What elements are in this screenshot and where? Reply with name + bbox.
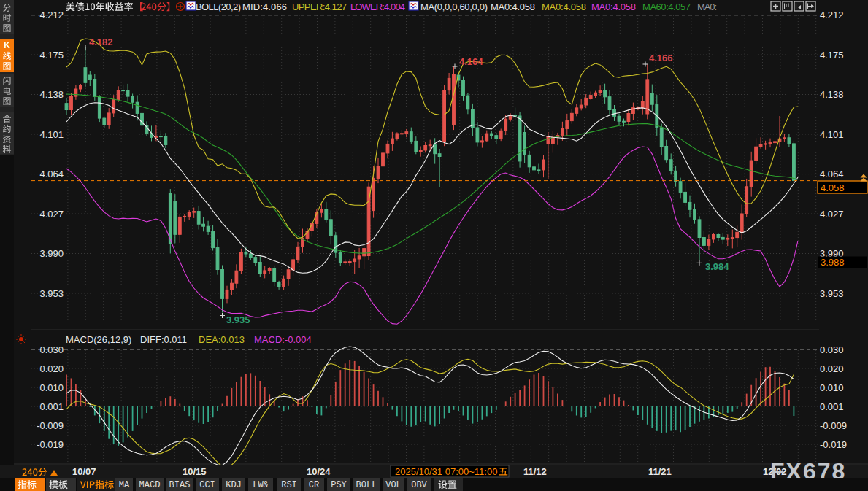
svg-text:4.138: 4.138 (820, 89, 844, 100)
svg-text:BIAS: BIAS (169, 480, 191, 490)
svg-text:0.020: 0.020 (39, 363, 64, 374)
svg-text:CCI: CCI (199, 480, 215, 490)
svg-text:4.138: 4.138 (39, 89, 64, 100)
svg-text:MA60:4.057: MA60:4.057 (642, 1, 691, 12)
svg-text:4.175: 4.175 (820, 50, 844, 61)
svg-text:4.164: 4.164 (459, 56, 483, 67)
svg-text:0.010: 0.010 (820, 382, 844, 393)
svg-text:KDJ: KDJ (226, 480, 242, 490)
svg-text:LW&: LW& (253, 480, 269, 490)
svg-text:BOLL(20,2): BOLL(20,2) (196, 1, 241, 12)
svg-text:4.027: 4.027 (820, 209, 844, 220)
svg-text:MA(0,0,0,60,0,0): MA(0,0,0,60,0,0) (420, 1, 488, 12)
svg-text:MACD(26,12,9): MACD(26,12,9) (66, 334, 131, 345)
svg-text:-0.009: -0.009 (37, 420, 64, 431)
svg-text:-0.019: -0.019 (820, 439, 847, 450)
svg-text:11/21: 11/21 (648, 466, 672, 477)
svg-text:-0.009: -0.009 (820, 420, 847, 431)
svg-text:3.953: 3.953 (820, 288, 844, 299)
svg-text:LOWER:4.004: LOWER:4.004 (350, 1, 405, 12)
svg-text:0.001: 0.001 (39, 401, 64, 412)
svg-text:4.064: 4.064 (39, 169, 64, 179)
svg-text:4.027: 4.027 (39, 209, 64, 220)
svg-text:3.935: 3.935 (226, 314, 250, 325)
svg-text:0.010: 0.010 (39, 382, 64, 393)
svg-text:0.001: 0.001 (820, 401, 844, 412)
svg-text:4.212: 4.212 (39, 9, 64, 20)
svg-text:3.953: 3.953 (39, 288, 64, 299)
svg-text:4.166: 4.166 (649, 53, 673, 63)
svg-text:4.064: 4.064 (820, 169, 844, 179)
svg-text:MA: MA (119, 480, 130, 490)
svg-text:4.101: 4.101 (39, 129, 64, 140)
svg-text:2025/10/31 07:00~11:00: 2025/10/31 07:00~11:00 (395, 466, 497, 477)
svg-text:10/07: 10/07 (72, 466, 96, 477)
svg-text:DEA:0.013: DEA:0.013 (199, 334, 245, 345)
svg-text:4.212: 4.212 (820, 9, 844, 20)
svg-text:BOLL: BOLL (356, 480, 377, 490)
svg-text:CR: CR (309, 480, 319, 490)
svg-text:4.182: 4.182 (89, 36, 113, 47)
svg-text:K: K (4, 40, 10, 50)
svg-text:MACD: MACD (139, 480, 161, 490)
svg-text:MA0:4.058: MA0:4.058 (542, 1, 586, 12)
svg-text:MID:4.066: MID:4.066 (242, 1, 287, 12)
svg-text:3.984: 3.984 (705, 261, 729, 272)
svg-text:10/15: 10/15 (183, 466, 207, 477)
svg-text:MA0:4.058: MA0:4.058 (591, 1, 636, 12)
svg-text:MACD:-0.004: MACD:-0.004 (254, 334, 312, 345)
svg-text:3.990: 3.990 (39, 248, 64, 259)
svg-text:MA0:4.058: MA0:4.058 (491, 1, 535, 12)
svg-text:MA0:: MA0: (697, 1, 717, 12)
svg-text:VOL: VOL (385, 480, 402, 490)
svg-text:11/12: 11/12 (523, 466, 547, 477)
svg-text:UPPER:4.127: UPPER:4.127 (292, 1, 347, 12)
svg-text:RSI: RSI (281, 480, 297, 490)
svg-text:0.020: 0.020 (820, 363, 844, 374)
svg-text:DIFF:0.011: DIFF:0.011 (140, 334, 187, 345)
svg-text:4.058: 4.058 (821, 182, 845, 193)
svg-text:3.988: 3.988 (821, 257, 845, 268)
svg-text:OBV: OBV (411, 480, 427, 490)
svg-text:0.030: 0.030 (39, 344, 64, 355)
svg-text:4.101: 4.101 (820, 129, 844, 140)
svg-text:10/24: 10/24 (307, 466, 331, 477)
svg-text:-0.019: -0.019 (37, 439, 64, 450)
svg-text:4.175: 4.175 (39, 50, 64, 61)
svg-text:0.030: 0.030 (820, 344, 844, 355)
svg-text:PSY: PSY (331, 480, 347, 490)
